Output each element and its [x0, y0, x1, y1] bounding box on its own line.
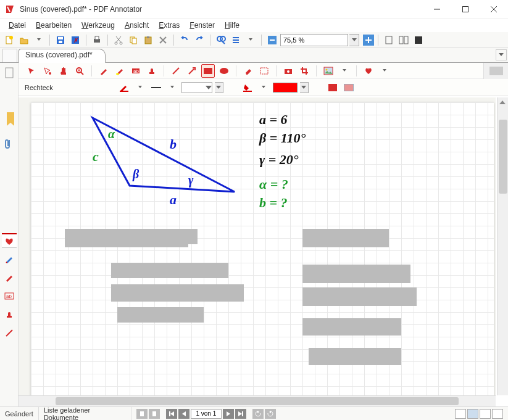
save-button[interactable]	[54, 33, 67, 47]
sidebar-pen[interactable]	[2, 252, 17, 266]
fill-color-dropdown[interactable]	[257, 81, 270, 94]
text-tool[interactable]: ab	[129, 64, 143, 78]
sidebar-line[interactable]	[2, 326, 17, 340]
layout-single-button[interactable]	[382, 33, 396, 47]
favorite-tool[interactable]	[362, 64, 375, 78]
doc-tab-active[interactable]: Sinus (covered).pdf*	[19, 49, 106, 63]
nav-forward[interactable]	[265, 409, 276, 419]
fill-solid-button[interactable]	[326, 81, 339, 94]
status-doclist[interactable]: Liste geladener Dokumente	[39, 407, 131, 420]
nav-prev[interactable]	[178, 409, 189, 419]
zoom-input[interactable]	[280, 34, 348, 46]
open-button[interactable]	[17, 33, 31, 47]
layout-double-button[interactable]	[397, 33, 410, 47]
svg-rect-32	[399, 36, 403, 44]
fill-none-select[interactable]	[181, 82, 212, 93]
zoom-dropdown[interactable]	[349, 34, 359, 46]
erase-area-tool[interactable]	[257, 64, 271, 78]
paste-button[interactable]	[141, 33, 155, 47]
scroll-thumb[interactable]	[499, 120, 507, 194]
svg-point-35	[49, 72, 51, 75]
line-tool[interactable]	[169, 64, 183, 78]
nav-button-2[interactable]	[149, 409, 160, 419]
highlighter-tool[interactable]	[113, 64, 127, 78]
new-button[interactable]	[2, 33, 16, 47]
sidebar-favorites[interactable]	[2, 233, 17, 248]
rectangle-tool[interactable]	[201, 64, 215, 78]
list-dropdown[interactable]	[244, 33, 257, 47]
view-mode-4[interactable]	[492, 409, 503, 419]
crop-tool[interactable]	[298, 64, 311, 78]
sidebar-attachment-icon[interactable]	[2, 137, 17, 152]
find-button[interactable]	[214, 33, 228, 47]
nav-first[interactable]	[166, 409, 177, 419]
stamp-tool[interactable]	[145, 64, 159, 78]
tabs-dropdown[interactable]	[496, 49, 507, 60]
zoom-in-button[interactable]	[363, 35, 374, 46]
eraser-tool[interactable]	[241, 64, 255, 78]
snapshot-tool[interactable]	[281, 64, 295, 78]
open-dropdown[interactable]	[32, 33, 46, 47]
sidebar-marker[interactable]	[2, 270, 17, 285]
cut-button[interactable]	[112, 33, 125, 47]
stroke-color-dropdown[interactable]	[133, 81, 147, 94]
save-x-button[interactable]: ✗	[69, 33, 82, 47]
stroke-color-button[interactable]	[117, 81, 131, 94]
stroke-width-dropdown[interactable]	[165, 81, 179, 94]
redo-button[interactable]	[193, 33, 206, 47]
nav-next[interactable]	[223, 409, 234, 419]
scroll-up-icon[interactable]	[498, 97, 507, 107]
ellipse-tool[interactable]	[217, 64, 231, 78]
nav-button-1[interactable]	[136, 409, 148, 419]
fill-none-dropdown[interactable]	[215, 82, 223, 93]
list-button[interactable]	[229, 33, 243, 47]
maximize-button[interactable]	[451, 0, 480, 19]
sidebar-text[interactable]: ab	[2, 289, 17, 303]
view-mode-2[interactable]	[467, 409, 478, 419]
menu-file[interactable]: Datei	[4, 20, 31, 31]
canvas-area[interactable]: α β γ a b c a = 6 β = 110° γ = 20° α = ?…	[19, 97, 496, 395]
page-input[interactable]	[191, 409, 222, 419]
menu-view[interactable]: Ansicht	[120, 20, 154, 31]
cover-rect	[111, 263, 228, 278]
horizontal-scrollbar[interactable]	[19, 395, 496, 406]
close-button[interactable]	[480, 0, 508, 19]
copy-button[interactable]	[127, 33, 140, 47]
sidebar-stamp[interactable]	[2, 307, 17, 322]
image-dropdown[interactable]	[338, 64, 351, 78]
print-button[interactable]	[90, 33, 104, 47]
menu-extras[interactable]: Extras	[154, 20, 185, 31]
zoom-tool[interactable]	[73, 64, 86, 78]
fill-highlight-button[interactable]	[342, 81, 356, 94]
sidebar-bookmark-icon[interactable]	[7, 112, 12, 126]
delete-button[interactable]	[156, 33, 170, 47]
fullscreen-button[interactable]	[412, 33, 425, 47]
undo-button[interactable]	[178, 33, 191, 47]
menu-help[interactable]: Hilfe	[220, 20, 244, 31]
menu-tool[interactable]: Werkzeug	[77, 20, 120, 31]
ribbon-collapse[interactable]	[483, 63, 508, 79]
new-tab-button[interactable]	[2, 49, 17, 62]
hscroll-thumb[interactable]	[56, 397, 459, 405]
vertical-scrollbar[interactable]	[497, 97, 508, 395]
image-tool[interactable]	[322, 64, 335, 78]
zoom-out-button[interactable]	[265, 33, 279, 47]
minimize-button[interactable]	[423, 0, 451, 19]
nav-last[interactable]	[235, 409, 246, 419]
favorite-dropdown[interactable]	[378, 64, 391, 78]
view-mode-3[interactable]	[480, 409, 491, 419]
pen-tool[interactable]	[97, 64, 110, 78]
menu-window[interactable]: Fenster	[185, 20, 220, 31]
stroke-width-button[interactable]	[149, 81, 163, 94]
hand-tool[interactable]	[57, 64, 70, 78]
select-tool[interactable]	[25, 64, 38, 78]
fill-preview-dropdown[interactable]	[300, 82, 309, 93]
view-mode-1[interactable]	[455, 409, 466, 419]
fill-color-button[interactable]	[241, 81, 254, 94]
lasso-tool[interactable]	[41, 64, 54, 78]
pdf-page[interactable]: α β γ a b c a = 6 β = 110° γ = 20° α = ?…	[31, 102, 494, 395]
sidebar-page-icon[interactable]	[2, 65, 17, 80]
nav-back[interactable]	[252, 409, 264, 419]
menu-edit[interactable]: Bearbeiten	[31, 20, 77, 31]
arrow-tool[interactable]	[185, 64, 199, 78]
